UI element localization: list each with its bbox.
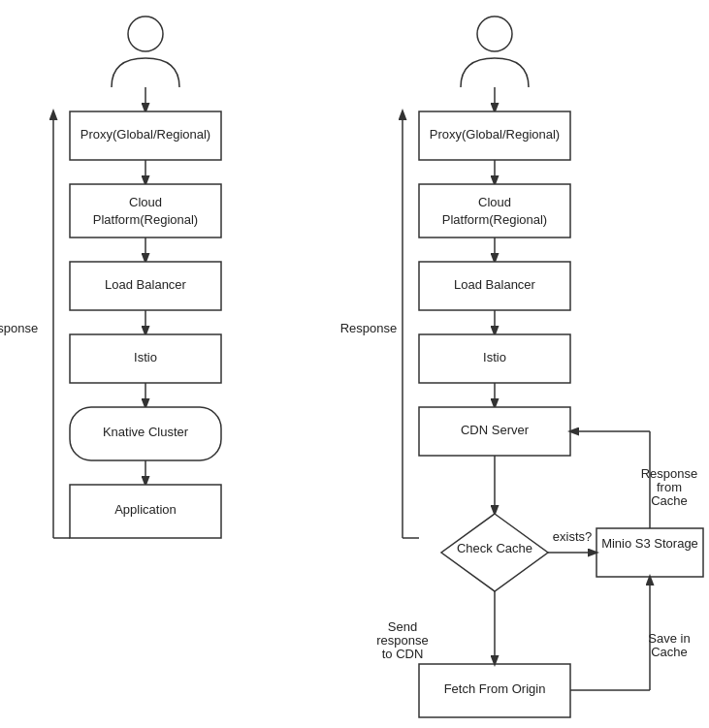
- istio2-label: Istio: [483, 350, 506, 364]
- fetch-label: Fetch From Origin: [444, 681, 546, 696]
- proxy2-label: Proxy(Global/Regional): [430, 127, 560, 142]
- check-cache-label-1: Check Cache: [457, 541, 532, 555]
- send-response-2: response: [376, 633, 428, 648]
- response-from-cache-1: Response: [641, 466, 698, 481]
- cloud1-label-1: Cloud: [129, 195, 162, 209]
- response-from-cache-3: Cache: [651, 493, 688, 508]
- diagram-container: Proxy(Global/Regional) Cloud Platform(Re…: [0, 0, 709, 728]
- proxy1-label: Proxy(Global/Regional): [81, 127, 210, 142]
- cloud2-box: [419, 184, 570, 237]
- exists-label: exists?: [553, 529, 592, 544]
- person-right: [461, 16, 529, 97]
- istio1-label: Istio: [134, 350, 157, 364]
- cloud1-label-2: Platform(Regional): [93, 212, 198, 227]
- cloud2-label-1: Cloud: [478, 195, 511, 209]
- lb1-label: Load Balancer: [105, 277, 187, 292]
- minio-label-1: Minio S3 Storage: [601, 536, 698, 551]
- save-cache-1: Save in: [648, 631, 690, 646]
- app1-label: Application: [114, 502, 177, 517]
- knative1-label: Knative Cluster: [103, 425, 189, 439]
- save-cache-2: Cache: [651, 645, 688, 659]
- cloud1-box: [70, 184, 221, 237]
- cdn-label: CDN Server: [461, 423, 530, 437]
- svg-point-2: [128, 16, 163, 51]
- response-from-cache-2: from: [657, 480, 682, 494]
- person-left: [112, 16, 179, 97]
- response-label-right: Response: [340, 321, 398, 335]
- send-response-1: Send: [388, 619, 417, 634]
- cloud2-label-2: Platform(Regional): [442, 212, 547, 227]
- lb2-label: Load Balancer: [454, 277, 536, 292]
- send-response-3: to CDN: [382, 647, 424, 661]
- svg-point-4: [477, 16, 512, 51]
- response-label-left: Response: [0, 321, 38, 335]
